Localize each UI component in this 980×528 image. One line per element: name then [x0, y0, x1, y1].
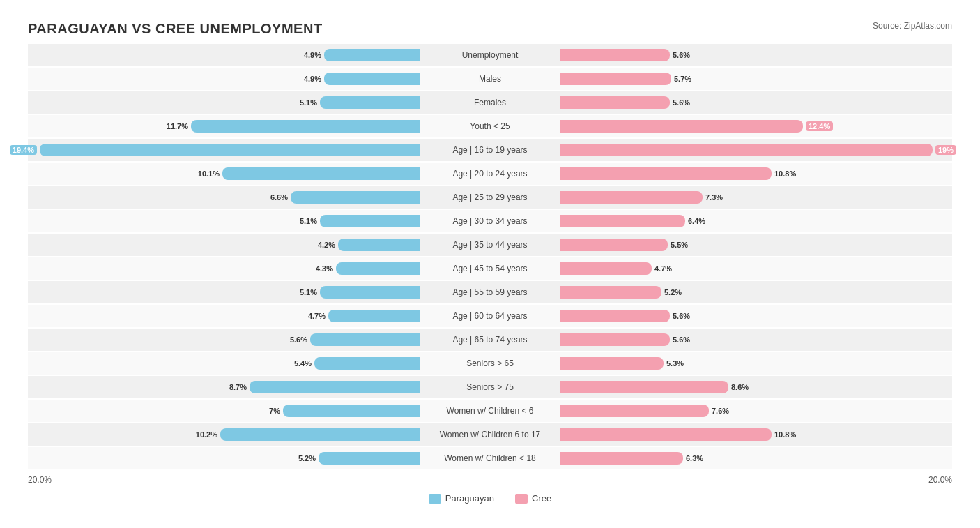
paraguayan-label: Paraguayan [445, 493, 494, 504]
right-value: 19% [935, 145, 956, 155]
right-bar-container: 6.3% [560, 447, 952, 469]
left-value: 5.6% [290, 335, 307, 344]
left-value: 5.1% [300, 288, 317, 296]
blue-bar [191, 120, 420, 133]
right-value: 5.6% [673, 98, 690, 107]
left-value: 11.7% [167, 122, 188, 130]
table-row: 6.6%Age | 25 to 29 years7.3% [28, 186, 952, 209]
row-label: Age | 60 to 64 years [420, 311, 560, 321]
blue-bar [220, 428, 420, 441]
right-bar-container: 5.6% [560, 91, 952, 114]
row-label: Women w/ Children < 18 [420, 453, 560, 463]
left-value: 8.7% [229, 383, 247, 391]
left-value: 5.2% [298, 454, 316, 462]
pink-bar [560, 357, 664, 370]
row-label: Women w/ Children 6 to 17 [420, 430, 560, 439]
left-bar-container: 6.6% [28, 186, 420, 209]
left-bar-container: 5.6% [28, 329, 420, 351]
pink-bar [560, 405, 709, 417]
left-bar-container: 4.2% [28, 234, 420, 256]
left-bar-container: 5.4% [28, 352, 420, 375]
chart-source: Source: ZipAtlas.com [873, 21, 952, 31]
right-bar-container: 8.6% [560, 376, 952, 398]
row-label: Age | 55 to 59 years [420, 287, 560, 297]
table-row: 11.7%Youth < 2512.4% [28, 115, 952, 137]
chart-header: PARAGUAYAN VS CREE UNEMPLOYMENT Source: … [28, 21, 952, 37]
pink-bar [560, 428, 772, 441]
blue-bar [336, 262, 420, 275]
left-value: 4.9% [304, 51, 321, 59]
blue-bar [324, 49, 420, 61]
blue-bar [320, 96, 420, 109]
table-row: 4.7%Age | 60 to 64 years5.6% [28, 305, 952, 327]
blue-bar [222, 167, 420, 180]
left-bar-container: 5.2% [28, 447, 420, 469]
right-value: 5.5% [671, 241, 688, 249]
table-row: 7%Women w/ Children < 67.6% [28, 400, 952, 422]
axis-right: 20.0% [928, 475, 952, 485]
left-bar-container: 4.7% [28, 305, 420, 327]
left-bar-container: 8.7% [28, 376, 420, 398]
left-bar-container: 10.1% [28, 163, 420, 185]
right-value: 5.2% [664, 288, 682, 296]
right-value: 5.7% [674, 75, 691, 83]
blue-bar [319, 452, 420, 465]
left-value: 5.1% [300, 98, 317, 107]
blue-bar [320, 286, 420, 299]
table-row: 5.1%Age | 55 to 59 years5.2% [28, 281, 952, 303]
table-row: 4.3%Age | 45 to 54 years4.7% [28, 257, 952, 280]
left-value: 4.2% [318, 241, 335, 249]
left-bar-container: 5.1% [28, 281, 420, 303]
left-bar-container: 4.9% [28, 44, 420, 66]
pink-bar [560, 191, 703, 204]
blue-bar [310, 333, 420, 346]
blue-bar [338, 239, 420, 251]
row-label: Seniors > 65 [420, 359, 560, 368]
cree-color-box [515, 494, 528, 504]
right-value: 5.6% [673, 51, 690, 59]
axis-left: 20.0% [28, 475, 52, 485]
right-bar-container: 7.6% [560, 400, 952, 422]
blue-bar [291, 191, 420, 204]
blue-bar [283, 405, 420, 417]
pink-bar [560, 239, 668, 251]
legend-paraguayan: Paraguayan [429, 493, 494, 504]
pink-bar [560, 333, 670, 346]
right-bar-container: 5.6% [560, 329, 952, 351]
blue-bar [314, 357, 420, 370]
pink-bar [560, 381, 728, 393]
paraguayan-color-box [429, 494, 441, 504]
row-label: Age | 30 to 34 years [420, 216, 560, 226]
right-value: 10.8% [774, 169, 796, 178]
blue-bar [40, 144, 420, 156]
right-bar-container: 19% [560, 139, 952, 161]
pink-bar [560, 262, 652, 275]
blue-bar [250, 381, 420, 393]
right-value: 5.3% [666, 359, 684, 368]
table-row: 4.2%Age | 35 to 44 years5.5% [28, 234, 952, 256]
row-label: Youth < 25 [420, 121, 560, 131]
blue-bar [324, 73, 420, 85]
left-value: 7% [269, 407, 280, 415]
table-row: 4.9%Males5.7% [28, 68, 952, 90]
table-row: 5.4%Seniors > 655.3% [28, 352, 952, 375]
right-value: 10.8% [774, 430, 796, 439]
table-row: 8.7%Seniors > 758.6% [28, 376, 952, 398]
cree-label: Cree [532, 493, 551, 504]
row-label: Age | 25 to 29 years [420, 193, 560, 202]
right-value: 5.6% [673, 312, 690, 320]
left-value: 10.1% [198, 169, 220, 178]
chart-container: PARAGUAYAN VS CREE UNEMPLOYMENT Source: … [14, 14, 966, 518]
blue-bar [320, 215, 420, 227]
row-label: Age | 16 to 19 years [420, 145, 560, 155]
row-label: Age | 35 to 44 years [420, 240, 560, 250]
table-row: 19.4%Age | 16 to 19 years19% [28, 139, 952, 161]
left-bar-container: 11.7% [28, 115, 420, 137]
pink-bar [560, 144, 933, 156]
table-row: 10.2%Women w/ Children 6 to 1710.8% [28, 423, 952, 446]
row-label: Age | 20 to 24 years [420, 169, 560, 179]
row-label: Females [420, 98, 560, 107]
pink-bar [560, 310, 670, 322]
right-value: 12.4% [806, 121, 833, 131]
left-bar-container: 4.3% [28, 257, 420, 280]
